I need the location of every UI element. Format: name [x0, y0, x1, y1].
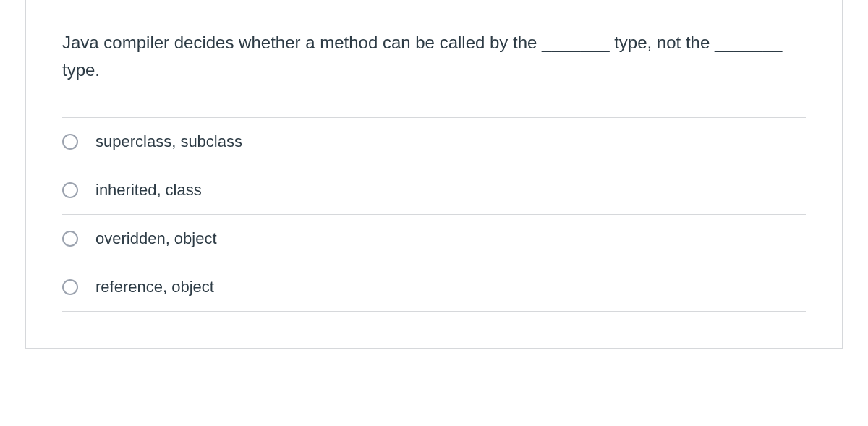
option-label: overidden, object	[95, 229, 217, 248]
option-row[interactable]: inherited, class	[62, 166, 806, 214]
question-text: Java compiler decides whether a method c…	[62, 29, 806, 85]
option-row[interactable]: superclass, subclass	[62, 117, 806, 166]
option-row[interactable]: overidden, object	[62, 214, 806, 263]
option-row[interactable]: reference, object	[62, 263, 806, 312]
option-label: superclass, subclass	[95, 132, 242, 151]
radio-icon[interactable]	[62, 279, 78, 295]
radio-icon[interactable]	[62, 182, 78, 198]
option-label: reference, object	[95, 278, 214, 297]
options-list: superclass, subclass inherited, class ov…	[62, 117, 806, 312]
question-card: Java compiler decides whether a method c…	[25, 0, 843, 349]
radio-icon[interactable]	[62, 134, 78, 150]
option-label: inherited, class	[95, 181, 202, 200]
radio-icon[interactable]	[62, 231, 78, 247]
